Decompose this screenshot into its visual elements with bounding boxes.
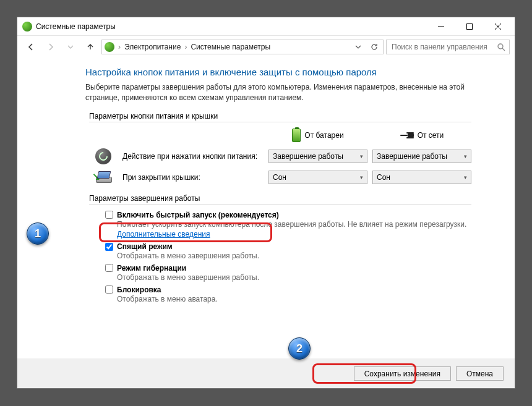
option-sleep: Спящий режим Отображать в меню завершени… <box>105 242 471 261</box>
hibernate-checkbox[interactable] <box>105 264 113 272</box>
sleep-desc: Отображать в меню завершения работы. <box>117 251 471 261</box>
sleep-checkbox[interactable] <box>105 243 113 251</box>
search-icon <box>497 43 505 51</box>
fast-startup-label: Включить быстрый запуск (рекомендуется) <box>117 211 279 219</box>
navbar: › Электропитание › Системные параметры <box>17 36 515 58</box>
svg-point-4 <box>498 44 503 49</box>
power-actions-grid: От батареи От сети Действие при нажатии … <box>89 129 471 184</box>
save-button[interactable]: Сохранить изменения <box>354 366 451 381</box>
hibernate-label: Режим гибернации <box>117 264 186 273</box>
column-label: От батареи <box>304 131 343 140</box>
refresh-button[interactable] <box>368 40 380 54</box>
fast-startup-desc: Помогает ускорить запуск компьютера посл… <box>117 219 471 240</box>
breadcrumb-item[interactable]: Электропитание <box>124 43 181 51</box>
power-button-icon <box>95 148 111 164</box>
battery-icon <box>292 129 301 142</box>
sleep-label: Спящий режим <box>117 242 173 251</box>
cancel-button[interactable]: Отмена <box>456 366 504 381</box>
plug-icon <box>400 131 414 140</box>
power-button-plugged-select[interactable]: Завершение работы ▾ <box>372 150 471 163</box>
address-bar[interactable]: › Электропитание › Системные параметры <box>101 40 384 54</box>
nav-forward-button[interactable] <box>42 38 59 56</box>
page-description: Выберите параметры завершения работы для… <box>85 82 471 103</box>
footer: Сохранить изменения Отмена <box>17 358 515 388</box>
column-on-battery: От батареи <box>268 129 367 142</box>
minimize-button[interactable] <box>427 17 455 36</box>
nav-up-button[interactable] <box>82 38 99 56</box>
select-value: Сон <box>273 173 286 182</box>
settings-window: Системные параметры › Электропитание › <box>17 17 515 389</box>
lock-label: Блокировка <box>117 285 161 294</box>
chevron-down-icon: ▾ <box>464 153 467 159</box>
page-title: Настройка кнопок питания и включение защ… <box>85 67 471 77</box>
lid-battery-select[interactable]: Сон ▾ <box>268 171 367 184</box>
select-value: Завершение работы <box>273 152 343 161</box>
column-plugged-in: От сети <box>372 131 471 140</box>
option-fast-startup: Включить быстрый запуск (рекомендуется) … <box>105 211 471 240</box>
power-button-row-icon <box>89 148 118 164</box>
hibernate-desc: Отображать в меню завершения работы. <box>117 273 471 283</box>
close-button[interactable] <box>484 17 512 36</box>
laptop-lid-icon: ↘ <box>95 172 112 183</box>
nav-back-button[interactable] <box>22 38 40 56</box>
svg-rect-1 <box>467 23 473 29</box>
power-options-icon <box>22 22 32 32</box>
search-box[interactable] <box>386 40 510 54</box>
chevron-down-icon: ▾ <box>360 153 363 159</box>
more-info-link[interactable]: Дополнительные сведения <box>117 230 210 239</box>
option-hibernate: Режим гибернации Отображать в меню завер… <box>105 264 471 283</box>
column-label: От сети <box>418 131 444 140</box>
titlebar: Системные параметры <box>17 17 515 36</box>
breadcrumb-item[interactable]: Системные параметры <box>191 43 270 51</box>
svg-line-5 <box>502 48 505 51</box>
lid-close-label: При закрытии крышки: <box>122 173 264 182</box>
section-shutdown: Параметры завершения работы <box>89 194 471 205</box>
chevron-right-icon: › <box>184 43 187 51</box>
search-input[interactable] <box>390 42 497 52</box>
select-value: Сон <box>377 173 390 182</box>
chevron-down-icon: ▾ <box>360 174 363 180</box>
power-options-icon <box>105 42 114 52</box>
lid-row-icon: ↘ <box>89 172 118 183</box>
lock-checkbox[interactable] <box>105 285 113 294</box>
content-area: Настройка кнопок питания и включение защ… <box>17 58 515 358</box>
option-lock: Блокировка Отображать в меню аватара. <box>105 285 471 305</box>
lock-desc: Отображать в меню аватара. <box>117 294 471 305</box>
power-button-battery-select[interactable]: Завершение работы ▾ <box>268 150 367 163</box>
select-value: Завершение работы <box>377 152 447 161</box>
annotation-badge-1: 1 <box>27 222 49 245</box>
chevron-down-icon: ▾ <box>464 174 467 180</box>
lid-plugged-select[interactable]: Сон ▾ <box>372 171 471 184</box>
nav-recent-button[interactable] <box>62 38 79 56</box>
address-dropdown-button[interactable] <box>352 40 364 54</box>
maximize-button[interactable] <box>455 17 484 36</box>
chevron-right-icon: › <box>118 43 121 51</box>
annotation-badge-2: 2 <box>288 337 311 360</box>
window-title: Системные параметры <box>36 22 427 31</box>
power-button-label: Действие при нажатии кнопки питания: <box>122 152 264 161</box>
section-buttons-and-lid: Параметры кнопки питания и крышки <box>89 112 471 122</box>
fast-startup-checkbox[interactable] <box>105 211 113 219</box>
